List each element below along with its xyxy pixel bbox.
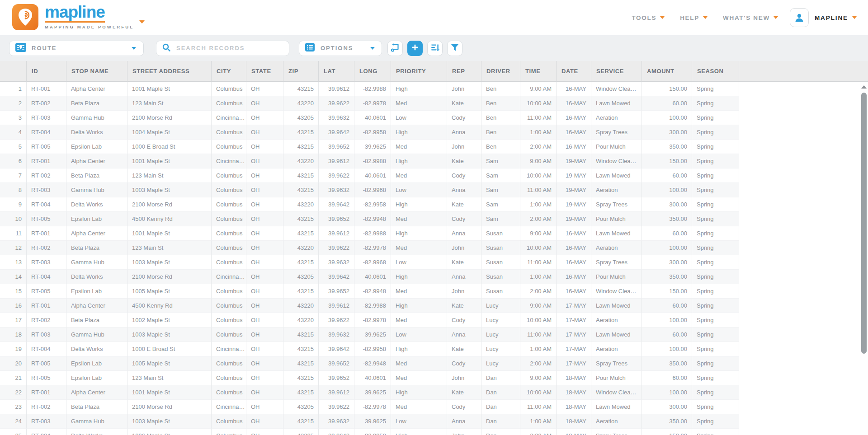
cell-service[interactable]: Aeration [591, 414, 642, 429]
cell-amount[interactable]: 300.00 [642, 197, 692, 212]
table-row[interactable]: 3RT-003Gamma Hub2100 Morse RdCincinna…OH… [0, 111, 739, 125]
cell-zip[interactable]: 43205 [283, 270, 319, 284]
cell-season[interactable]: Spring [692, 111, 739, 125]
cell-zip[interactable]: 43215 [283, 168, 319, 183]
cell-priority[interactable]: High [391, 82, 447, 96]
cell-service[interactable]: Aeration [591, 183, 642, 197]
cell-city[interactable]: Columbus [212, 327, 246, 342]
cell-long[interactable]: 39.9625 [354, 327, 391, 342]
cell-driver[interactable]: Sam [481, 183, 520, 197]
cell-priority[interactable]: Med [391, 400, 447, 414]
cell-stop_name[interactable]: Epsilon Lab [66, 356, 127, 371]
cell-priority[interactable]: Med [391, 284, 447, 299]
cell-stop_name[interactable]: Epsilon Lab [66, 212, 127, 226]
cell-long[interactable]: -82.9948 [354, 284, 391, 299]
row-number[interactable]: 3 [0, 111, 27, 125]
table-row[interactable]: 12RT-002Beta Plaza123 Main StColumbusOH4… [0, 241, 739, 255]
cell-street_address[interactable]: 2100 Morse Rd [127, 111, 212, 125]
cell-amount[interactable]: 300.00 [642, 400, 692, 414]
cell-stop_name[interactable]: Alpha Center [66, 385, 127, 400]
column-header-priority[interactable]: PRIORITY [391, 61, 447, 82]
cell-driver[interactable]: Dan [481, 414, 520, 429]
cell-stop_name[interactable]: Gamma Hub [66, 183, 127, 197]
cell-city[interactable]: Columbus [212, 96, 246, 111]
cell-rep[interactable]: John [447, 429, 481, 435]
cell-city[interactable]: Columbus [212, 299, 246, 313]
cell-id[interactable]: RT-003 [27, 327, 66, 342]
cell-city[interactable]: Columbus [212, 183, 246, 197]
cell-driver[interactable]: Sam [481, 197, 520, 212]
cell-stop_name[interactable]: Beta Plaza [66, 241, 127, 255]
cell-stop_name[interactable]: Epsilon Lab [66, 140, 127, 154]
cell-long[interactable]: -82.9948 [354, 212, 391, 226]
cell-long[interactable]: -82.9968 [354, 183, 391, 197]
cell-stop_name[interactable]: Alpha Center [66, 154, 127, 168]
cell-street_address[interactable]: 1005 Maple St [127, 284, 212, 299]
cell-priority[interactable]: High [391, 197, 447, 212]
cell-street_address[interactable]: 123 Main St [127, 96, 212, 111]
cell-season[interactable]: Spring [692, 82, 739, 96]
cell-service[interactable]: Spray Trees [591, 255, 642, 270]
cell-zip[interactable]: 43220 [283, 154, 319, 168]
cell-driver[interactable]: Ben [481, 111, 520, 125]
cell-lat[interactable]: 39.9652 [319, 356, 354, 371]
cell-season[interactable]: Spring [692, 356, 739, 371]
cell-state[interactable]: OH [246, 183, 283, 197]
cell-city[interactable]: Columbus [212, 429, 246, 435]
cell-lat[interactable]: 39.9632 [319, 414, 354, 429]
cell-id[interactable]: RT-003 [27, 255, 66, 270]
cell-city[interactable]: Cincinna… [212, 342, 246, 356]
cell-long[interactable]: -82.9978 [354, 96, 391, 111]
cell-street_address[interactable]: 1003 Maple St [127, 414, 212, 429]
cell-time[interactable]: 2:00 AM [520, 284, 557, 299]
cell-city[interactable]: Cincinna… [212, 154, 246, 168]
cell-season[interactable]: Spring [692, 400, 739, 414]
table-row[interactable]: 4RT-004Delta Works1004 Maple StColumbusO… [0, 125, 739, 140]
table-row[interactable]: 25RT-004Delta Works1006 Maple StColumbus… [0, 429, 739, 435]
cell-priority[interactable]: High [391, 154, 447, 168]
brand-chevron-down-icon[interactable] [139, 20, 145, 23]
row-number[interactable]: 12 [0, 241, 27, 255]
cell-service[interactable]: Pour Mulch [591, 270, 642, 284]
cell-priority[interactable]: High [391, 342, 447, 356]
cell-city[interactable]: Cincinna… [212, 111, 246, 125]
cell-state[interactable]: OH [246, 342, 283, 356]
cell-time[interactable]: 9:00 AM [520, 226, 557, 241]
cell-amount[interactable]: 100.00 [642, 241, 692, 255]
cell-amount[interactable]: 60.00 [642, 299, 692, 313]
cell-amount[interactable]: 100.00 [642, 342, 692, 356]
cell-amount[interactable]: 350.00 [642, 270, 692, 284]
cell-state[interactable]: OH [246, 299, 283, 313]
cell-priority[interactable]: Med [391, 241, 447, 255]
column-header-street_address[interactable]: STREET ADDRESS [127, 61, 212, 82]
cell-id[interactable]: RT-004 [27, 429, 66, 435]
cell-date[interactable]: 19-MAY [557, 197, 591, 212]
cell-service[interactable]: Pour Mulch [591, 140, 642, 154]
cell-street_address[interactable]: 1006 Maple St [127, 429, 212, 435]
cell-city[interactable]: Cincinna… [212, 270, 246, 284]
cell-driver[interactable]: Ben [481, 125, 520, 140]
cell-time[interactable]: 1:00 AM [520, 125, 557, 140]
cell-amount[interactable]: 60.00 [642, 96, 692, 111]
cell-rep[interactable]: Anna [447, 327, 481, 342]
cell-zip[interactable]: 43220 [283, 197, 319, 212]
cell-season[interactable]: Spring [692, 385, 739, 400]
cell-street_address[interactable]: 1000 E Broad St [127, 342, 212, 356]
cell-time[interactable]: 10:00 AM [520, 168, 557, 183]
cell-date[interactable]: 16-MAY [557, 96, 591, 111]
cell-id[interactable]: RT-002 [27, 241, 66, 255]
cell-amount[interactable]: 100.00 [642, 385, 692, 400]
cell-priority[interactable]: Low [391, 183, 447, 197]
cell-city[interactable]: Columbus [212, 197, 246, 212]
cell-season[interactable]: Spring [692, 255, 739, 270]
cell-date[interactable]: 16-MAY [557, 140, 591, 154]
search-box[interactable] [156, 41, 289, 56]
cell-amount[interactable]: 100.00 [642, 183, 692, 197]
cell-service[interactable]: Window Clea… [591, 284, 642, 299]
table-row[interactable]: 20RT-005Epsilon Lab1005 Maple StColumbus… [0, 356, 739, 371]
cell-service[interactable]: Window Clea… [591, 385, 642, 400]
column-header-rep[interactable]: REP [447, 61, 481, 82]
cell-stop_name[interactable]: Delta Works [66, 125, 127, 140]
table-row[interactable]: 17RT-002Beta Plaza1002 Maple StColumbusO… [0, 313, 739, 327]
cell-street_address[interactable]: 1003 Maple St [127, 255, 212, 270]
